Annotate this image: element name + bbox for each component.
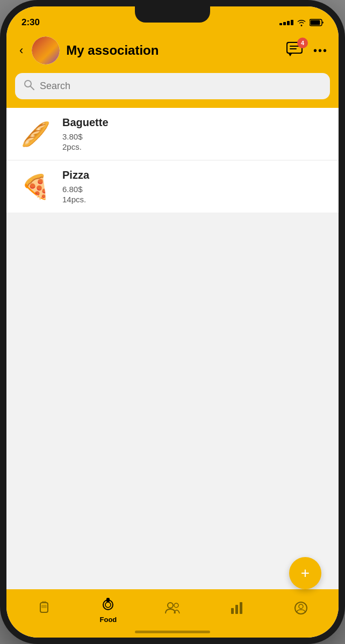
food-info-baguette: Baguette 3.80$ 2pcs. — [62, 116, 328, 151]
header: ‹ My association 4 ••• — [6, 32, 339, 73]
nav-item-account[interactable] — [269, 598, 333, 621]
food-name: Pizza — [62, 169, 328, 181]
food-image-baguette: 🥖 — [17, 120, 54, 149]
svg-marker-6 — [289, 54, 292, 56]
food-quantity: 14pcs. — [62, 195, 328, 204]
svg-rect-17 — [231, 608, 234, 614]
nav-item-stats[interactable] — [205, 598, 269, 621]
food-price: 3.80$ — [62, 131, 328, 142]
search-icon — [24, 79, 34, 93]
svg-point-21 — [299, 604, 303, 609]
svg-point-16 — [174, 603, 178, 608]
svg-point-15 — [168, 603, 173, 608]
svg-line-8 — [31, 86, 34, 90]
nav-label-food: Food — [100, 616, 117, 624]
svg-rect-11 — [42, 601, 46, 603]
svg-point-14 — [105, 602, 111, 608]
nav-item-drinks[interactable] — [12, 597, 76, 622]
back-button[interactable]: ‹ — [17, 41, 25, 60]
page-title: My association — [66, 43, 280, 58]
header-actions: 4 ••• — [286, 42, 328, 59]
svg-rect-19 — [240, 602, 242, 614]
search-container — [6, 73, 339, 108]
account-icon — [294, 602, 307, 618]
pizza-icon: 🍕 — [21, 175, 51, 199]
status-icons — [279, 19, 324, 26]
phone-screen: 2:30 — [6, 6, 339, 638]
list-item[interactable]: 🥖 Baguette 3.80$ 2pcs. — [6, 108, 339, 160]
svg-point-7 — [25, 80, 31, 87]
wifi-icon — [297, 19, 306, 26]
search-input[interactable] — [40, 80, 321, 92]
food-image-pizza: 🍕 — [17, 172, 54, 201]
add-button[interactable]: + — [289, 557, 321, 589]
status-time: 2:30 — [21, 17, 40, 28]
chat-button[interactable]: 4 — [286, 42, 304, 59]
stats-icon — [231, 602, 243, 618]
people-icon — [164, 602, 181, 618]
food-price: 6.80$ — [62, 184, 328, 195]
search-bar — [15, 73, 330, 99]
svg-rect-1 — [311, 20, 320, 25]
battery-icon — [310, 19, 324, 26]
more-button[interactable]: ••• — [313, 45, 328, 57]
food-icon — [101, 596, 115, 613]
nav-item-food[interactable]: Food — [76, 593, 141, 627]
list-item[interactable]: 🍕 Pizza 6.80$ 14pcs. — [6, 160, 339, 213]
baguette-icon: 🥖 — [21, 122, 51, 146]
home-indicator — [135, 631, 210, 633]
chat-badge: 4 — [297, 38, 308, 48]
content-area: 🥖 Baguette 3.80$ 2pcs. 🍕 Pizza 6 — [6, 108, 339, 589]
food-quantity: 2pcs. — [62, 142, 328, 151]
food-info-pizza: Pizza 6.80$ 14pcs. — [62, 169, 328, 204]
phone-frame: 2:30 — [0, 0, 345, 644]
svg-rect-18 — [235, 605, 238, 614]
avatar — [32, 36, 60, 64]
drinks-icon — [38, 601, 51, 619]
nav-item-people[interactable] — [140, 598, 205, 621]
notch — [135, 6, 210, 23]
food-name: Baguette — [62, 116, 328, 129]
food-list: 🥖 Baguette 3.80$ 2pcs. 🍕 Pizza 6 — [6, 108, 339, 213]
svg-rect-13 — [106, 598, 110, 602]
signal-icon — [279, 20, 293, 25]
svg-rect-10 — [41, 605, 47, 608]
